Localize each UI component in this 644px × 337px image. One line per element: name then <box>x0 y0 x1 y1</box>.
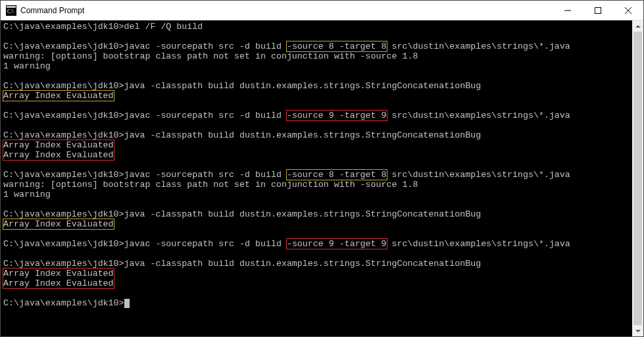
prompt: C:\java\examples\jdk10> <box>3 209 124 219</box>
maximize-button[interactable] <box>583 1 613 20</box>
scroll-up-arrow[interactable] <box>632 20 643 32</box>
terminal-line: C:\java\examples\jdk10>javac -sourcepath… <box>3 41 632 51</box>
terminal-line: C:\java\examples\jdk10>javac -sourcepath… <box>3 111 632 120</box>
blank-line <box>3 120 632 130</box>
prompt: C:\java\examples\jdk10> <box>3 111 124 120</box>
terminal-line: C:\java\examples\jdk10>java -classpath b… <box>3 130 632 140</box>
svg-marker-7 <box>635 25 641 28</box>
terminal-line: C:\java\examples\jdk10>javac -sourcepath… <box>3 170 632 180</box>
blank-line <box>3 229 632 239</box>
window-controls <box>553 1 643 20</box>
blank-line <box>3 32 632 41</box>
svg-rect-4 <box>595 7 601 13</box>
vertical-scrollbar[interactable] <box>632 20 643 336</box>
scroll-down-arrow[interactable] <box>632 325 643 336</box>
highlight-output-block: Array Index Evaluated Array Index Evalua… <box>3 269 114 288</box>
terminal-line: C:\java\examples\jdk10>java -classpath b… <box>3 209 632 219</box>
terminal-area: C:\java\examples\jdk10>del /F /Q build C… <box>1 20 643 336</box>
window-frame: C:\ Command Prompt C:\java\examples\jdk1… <box>0 0 644 337</box>
prompt: C:\java\examples\jdk10> <box>3 41 124 51</box>
scroll-thumb[interactable] <box>633 32 642 325</box>
prompt: C:\java\examples\jdk10> <box>3 298 124 308</box>
svg-text:C:\: C:\ <box>7 9 14 14</box>
svg-rect-1 <box>7 6 16 8</box>
cmd-icon: C:\ <box>6 5 16 16</box>
highlight-output: Array Index Evaluated <box>3 91 114 101</box>
terminal-line: 1 warning <box>3 190 632 199</box>
blank-line <box>3 160 632 170</box>
highlight-source9: -source 9 -target 9 <box>287 111 387 120</box>
terminal-line: warning: [options] bootstrap class path … <box>3 51 632 61</box>
prompt: C:\java\examples\jdk10> <box>3 170 124 180</box>
highlight-output: Array Index Evaluated <box>3 219 114 229</box>
terminal-line: Array Index Evaluated <box>3 219 632 229</box>
blank-line <box>3 288 632 298</box>
terminal-line: Array Index Evaluated Array Index Evalua… <box>3 269 632 288</box>
close-button[interactable] <box>613 1 643 20</box>
blank-line <box>3 199 632 209</box>
prompt: C:\java\examples\jdk10> <box>3 259 124 269</box>
highlight-source8: -source 8 -target 8 <box>287 41 387 51</box>
blank-line <box>3 101 632 111</box>
terminal-line: C:\java\examples\jdk10>del /F /Q build <box>3 22 632 32</box>
prompt: C:\java\examples\jdk10> <box>3 239 124 249</box>
terminal-line: Array Index Evaluated <box>3 91 632 101</box>
terminal-line: C:\java\examples\jdk10>javac -sourcepath… <box>3 239 632 249</box>
terminal-line: warning: [options] bootstrap class path … <box>3 180 632 190</box>
window-title: Command Prompt <box>20 6 553 15</box>
blank-line <box>3 71 632 81</box>
titlebar[interactable]: C:\ Command Prompt <box>1 1 643 20</box>
terminal-line: Array Index Evaluated Array Index Evalua… <box>3 140 632 160</box>
terminal-line: C:\java\examples\jdk10> <box>3 298 632 308</box>
cursor <box>124 299 130 308</box>
highlight-source9: -source 9 -target 9 <box>287 239 387 249</box>
svg-marker-8 <box>635 330 641 332</box>
terminal-line: C:\java\examples\jdk10>java -classpath b… <box>3 81 632 91</box>
blank-line <box>3 249 632 259</box>
prompt: C:\java\examples\jdk10> <box>3 130 124 140</box>
scroll-track[interactable] <box>632 32 643 325</box>
highlight-source8: -source 8 -target 8 <box>287 170 387 180</box>
minimize-button[interactable] <box>553 1 583 20</box>
terminal-output[interactable]: C:\java\examples\jdk10>del /F /Q build C… <box>1 20 632 336</box>
terminal-line: 1 warning <box>3 61 632 71</box>
terminal-line: C:\java\examples\jdk10>java -classpath b… <box>3 259 632 269</box>
prompt: C:\java\examples\jdk10> <box>3 22 124 32</box>
prompt: C:\java\examples\jdk10> <box>3 81 124 91</box>
highlight-output-block: Array Index Evaluated Array Index Evalua… <box>3 140 114 160</box>
